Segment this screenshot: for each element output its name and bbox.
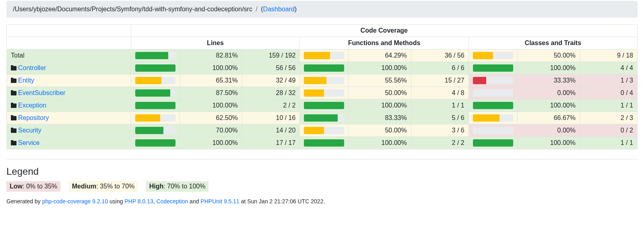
classes-bar-cell: [469, 137, 517, 149]
funcs-pct: 50.00%: [349, 87, 411, 99]
funcs-pct: 100.00%: [349, 137, 411, 149]
progress-bar: [304, 127, 324, 134]
folder-icon: [11, 79, 17, 83]
classes-header: Classes and Traits: [469, 37, 637, 50]
row-name-cell: Service: [7, 137, 131, 149]
table-row: Entity65.31%32 / 4955.56%15 / 2733.33%1 …: [7, 74, 638, 87]
funcs-ratio: 2 / 2: [411, 137, 469, 149]
row-name-cell: Security: [7, 124, 131, 137]
lines-pct: 65.31%: [180, 74, 242, 87]
progress-bar: [135, 89, 171, 97]
classes-bar-cell: [469, 112, 517, 124]
funcs-bar-cell: [300, 124, 349, 137]
lines-bar-cell: [131, 87, 180, 99]
progress-bar: [135, 114, 161, 122]
lines-ratio: 28 / 32: [242, 87, 300, 99]
lines-ratio: 32 / 49: [242, 74, 300, 87]
folder-link[interactable]: Entity: [18, 77, 34, 84]
funcs-bar-cell: [300, 137, 349, 149]
folder-link[interactable]: Repository: [18, 114, 49, 121]
lines-pct: 82.81%: [180, 50, 242, 62]
lines-pct: 100.00%: [180, 62, 242, 74]
funcs-pct: 64.29%: [349, 50, 411, 62]
row-name-cell: EventSubscriber: [7, 87, 131, 99]
lines-bar-cell: [131, 99, 180, 112]
lines-pct: 100.00%: [180, 99, 242, 112]
funcs-bar-cell: [300, 99, 349, 112]
link-phpcc[interactable]: php-code-coverage 9.2.10: [42, 198, 108, 205]
lines-bar-cell: [131, 50, 180, 62]
folder-link[interactable]: EventSubscriber: [18, 89, 65, 96]
lines-bar-cell: [131, 112, 180, 124]
breadcrumb-path: /Users/ybjozee/Documents/Projects/Symfon…: [13, 6, 252, 12]
folder-icon: [11, 66, 17, 70]
folder-link[interactable]: Service: [18, 139, 39, 146]
table-row: Service100.00%17 / 17100.00%2 / 2100.00%…: [7, 137, 638, 149]
link-phpunit[interactable]: PHPUnit 9.5.11: [200, 198, 239, 205]
row-name-cell: Controller: [7, 62, 131, 74]
folder-icon: [11, 103, 17, 108]
progress-bar: [473, 102, 513, 109]
blank-header: [7, 25, 131, 37]
progress-bar: [473, 77, 486, 84]
folder-link[interactable]: Controller: [18, 64, 46, 71]
funcs-ratio: 3 / 6: [411, 124, 469, 137]
progress-bar: [304, 114, 337, 122]
folder-icon: [11, 91, 17, 95]
folder-icon: [11, 128, 17, 133]
classes-bar-cell: [469, 124, 517, 137]
progress-bar: [304, 77, 326, 84]
folder-link[interactable]: Exception: [18, 102, 46, 109]
functions-header: Functions and Methods: [300, 37, 469, 50]
funcs-pct: 83.33%: [349, 112, 411, 124]
footer: Generated by php-code-coverage 9.2.10 us…: [6, 198, 638, 205]
progress-bar: [135, 127, 163, 134]
funcs-pct: 55.56%: [349, 74, 411, 87]
funcs-ratio: 4 / 8: [411, 87, 469, 99]
classes-bar-cell: [469, 87, 517, 99]
funcs-ratio: 1 / 1: [411, 99, 469, 112]
table-row: Repository62.50%10 / 1683.33%5 / 666.67%…: [7, 112, 638, 124]
lines-pct: 62.50%: [180, 112, 242, 124]
funcs-bar-cell: [300, 62, 349, 74]
progress-bar: [135, 139, 175, 147]
table-row: Controller100.00%56 / 56100.00%6 / 6100.…: [7, 62, 638, 74]
funcs-bar-cell: [300, 74, 349, 87]
classes-ratio: 9 / 18: [580, 50, 637, 62]
classes-bar-cell: [469, 74, 517, 87]
progress-bar: [304, 139, 344, 147]
table-row: EventSubscriber87.50%28 / 3250.00%4 / 80…: [7, 87, 638, 99]
dashboard-link[interactable]: Dashboard: [263, 6, 295, 12]
progress-bar: [135, 77, 161, 84]
classes-ratio: 1 / 1: [580, 99, 637, 112]
lines-pct: 100.00%: [180, 137, 242, 149]
table-row: Security70.00%14 / 2050.00%3 / 60.00%0 /…: [7, 124, 638, 137]
classes-pct: 100.00%: [517, 99, 580, 112]
progress-bar: [473, 114, 500, 122]
legend-high: High: 70% to 100%: [146, 181, 209, 192]
lines-ratio: 56 / 56: [242, 62, 300, 74]
funcs-bar-cell: [300, 50, 349, 62]
progress-bar: [473, 64, 513, 72]
link-php[interactable]: PHP 8.0.13: [124, 198, 153, 205]
breadcrumb-separator: /: [256, 6, 259, 12]
folder-link[interactable]: Security: [18, 127, 41, 134]
divider: [6, 159, 638, 159]
lines-bar-cell: [131, 124, 180, 137]
link-codeception[interactable]: Codeception: [157, 198, 188, 205]
lines-ratio: 17 / 17: [242, 137, 300, 149]
classes-pct: 0.00%: [517, 87, 580, 99]
classes-ratio: 1 / 3: [580, 74, 637, 87]
funcs-ratio: 6 / 6: [411, 62, 469, 74]
funcs-pct: 50.00%: [349, 124, 411, 137]
progress-bar: [473, 52, 493, 59]
progress-bar: [304, 89, 324, 97]
row-name-cell: Exception: [7, 99, 131, 112]
table-row: Total82.81%159 / 19264.29%36 / 5650.00%9…: [7, 50, 638, 62]
coverage-header: Code Coverage: [131, 25, 637, 37]
blank-header2: [7, 37, 131, 50]
classes-bar-cell: [469, 62, 517, 74]
classes-bar-cell: [469, 50, 517, 62]
lines-ratio: 14 / 20: [242, 124, 300, 137]
progress-bar: [473, 139, 513, 147]
